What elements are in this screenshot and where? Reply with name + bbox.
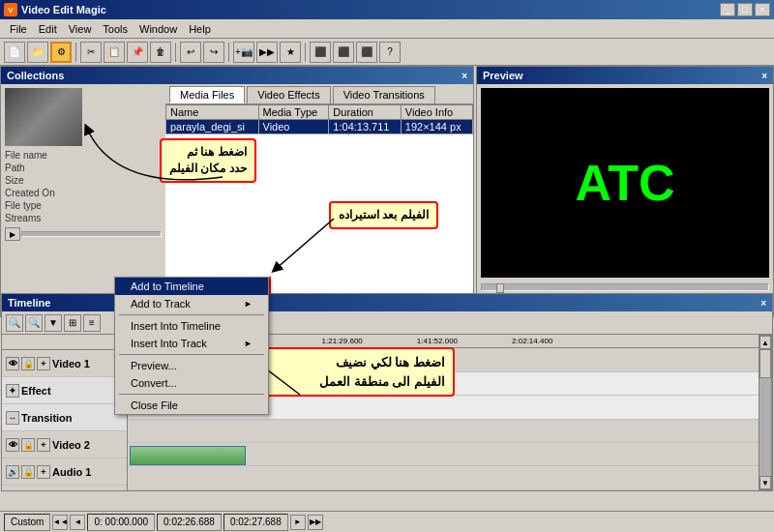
col-name: Name <box>166 105 259 120</box>
track-audio2-label: 🔊 Audio 2 <box>2 486 127 490</box>
menu-tools[interactable]: Tools <box>97 21 134 37</box>
preview-title: Preview <box>483 70 523 81</box>
status-fwd-btn[interactable]: ► <box>290 515 306 530</box>
track-audio1-area[interactable] <box>128 443 759 466</box>
status-back-btn[interactable]: ◄ <box>70 515 85 530</box>
active-tool-btn[interactable]: ⚙ <box>50 42 72 63</box>
title-bar: V Video Edit Magic _ □ × <box>0 0 774 19</box>
ctx-add-to-track[interactable]: Add to Track ► <box>115 295 268 312</box>
paste-btn[interactable]: 📌 <box>127 42 148 63</box>
ctx-close-file[interactable]: Close File <box>115 397 268 414</box>
size-label: Size <box>5 175 162 186</box>
ctx-sep3 <box>119 394 264 395</box>
ctx-insert-into-track[interactable]: Insert Into Track ► <box>115 335 268 352</box>
timeline-vscroll[interactable]: ▲ ▼ <box>759 335 772 490</box>
add-media-btn[interactable]: +📷 <box>233 42 254 63</box>
maximize-btn[interactable]: □ <box>737 3 753 16</box>
menu-window[interactable]: Window <box>134 21 183 37</box>
minimize-btn[interactable]: _ <box>720 3 735 16</box>
timeline-btn3[interactable]: ⬛ <box>356 42 377 63</box>
copy-btn[interactable]: 📋 <box>104 42 125 63</box>
track-eye-icon[interactable]: 👁 <box>6 357 19 370</box>
submenu-arrow-icon: ► <box>244 299 253 309</box>
scroll-thumb[interactable] <box>759 349 771 378</box>
ctx-convert[interactable]: Convert... <box>115 374 268 392</box>
track-effect-name: Effect <box>21 385 51 397</box>
cut-btn[interactable]: ✂ <box>80 42 102 63</box>
files-table: Name Media Type Duration Video Info para… <box>165 104 473 134</box>
tab-video-effects[interactable]: Video Effects <box>247 86 330 103</box>
track-video2-area[interactable] <box>128 420 759 443</box>
preview-seek-slider[interactable] <box>481 283 769 291</box>
track-a1-expand-icon[interactable]: + <box>37 465 50 479</box>
ctx-add-to-timeline[interactable]: Add to Timeline <box>115 278 268 295</box>
menu-bar: File Edit View Tools Window Help <box>0 19 774 39</box>
scroll-up-btn[interactable]: ▲ <box>759 336 771 349</box>
tl-zoom-out[interactable]: 🔍 <box>25 314 43 332</box>
annotation-text-1b: حدد مكان الفيلم <box>169 161 247 177</box>
open-btn[interactable]: 📁 <box>27 42 48 63</box>
track-audio1-label: 🔊 🔒 + Audio 1 <box>2 458 127 486</box>
annotation-text-3b: الفيلم الى منطقة العمل <box>271 372 445 392</box>
track-v2-lock-icon[interactable]: 🔒 <box>21 438 35 452</box>
collections-close[interactable]: × <box>461 71 467 81</box>
sep1 <box>75 43 76 62</box>
menu-view[interactable]: View <box>63 21 98 37</box>
timeline-close[interactable]: × <box>760 298 766 309</box>
timeline-btn2[interactable]: ⬛ <box>333 42 354 63</box>
created-label: Created On <box>5 188 162 198</box>
track-v2-expand-icon[interactable]: + <box>37 438 50 452</box>
status-time3: 0:02:27.688 <box>223 514 288 531</box>
redo-btn[interactable]: ↪ <box>203 42 224 63</box>
track-audio2-area[interactable] <box>128 466 759 489</box>
timeline-btn1[interactable]: ⬛ <box>310 42 331 63</box>
tl-ripple[interactable]: ≡ <box>83 314 101 332</box>
ctx-insert-into-timeline[interactable]: Insert Into Timeline <box>115 317 268 335</box>
help-btn[interactable]: ? <box>379 42 401 63</box>
thumb-play-btn[interactable]: ▶ <box>5 227 20 241</box>
scroll-track[interactable] <box>759 349 771 476</box>
thumb-seek-bar[interactable] <box>21 231 162 237</box>
status-time2: 0:02:26.688 <box>157 514 222 531</box>
delete-btn[interactable]: 🗑 <box>150 42 171 63</box>
ctx-preview[interactable]: Preview... <box>115 357 268 374</box>
preview-close[interactable]: × <box>761 71 767 81</box>
track-a1-icon[interactable]: 🔊 <box>6 465 19 479</box>
track-labels: 👁 🔒 + Video 1 ✦ Effect ↔ Transition � <box>2 335 128 490</box>
track-a1-lock-icon[interactable]: 🔒 <box>21 465 35 479</box>
close-btn[interactable]: × <box>755 3 770 16</box>
menu-help[interactable]: Help <box>183 21 217 37</box>
annotation-bubble-2: الفيلم بعد استيراده <box>329 201 438 229</box>
undo-btn[interactable]: ↩ <box>180 42 201 63</box>
streams-label: Streams <box>5 213 162 223</box>
track-effect-icon[interactable]: ✦ <box>6 384 19 398</box>
track-video1-name: Video 1 <box>52 358 90 369</box>
menu-file[interactable]: File <box>4 21 33 37</box>
status-ff-btn[interactable]: ▶▶ <box>308 515 323 530</box>
effects-btn[interactable]: ★ <box>280 42 301 63</box>
tl-snap[interactable]: ⊞ <box>64 314 81 332</box>
seek-handle[interactable] <box>496 283 504 293</box>
new-btn[interactable]: 📄 <box>4 42 25 63</box>
preview-screen: ATC <box>481 88 769 278</box>
track-lock-icon[interactable]: 🔒 <box>21 357 35 370</box>
context-menu: Add to Timeline Add to Track ► Insert In… <box>114 277 269 415</box>
media-tabs: Media Files Video Effects Video Transiti… <box>165 84 473 104</box>
table-row[interactable]: parayla_degi_si Video 1:04:13.711 192×14… <box>166 120 473 134</box>
tab-media-files[interactable]: Media Files <box>169 86 245 103</box>
tl-zoom-in[interactable]: 🔍 <box>6 314 23 332</box>
scroll-down-btn[interactable]: ▼ <box>759 476 771 489</box>
tab-video-transitions[interactable]: Video Transitions <box>333 86 435 103</box>
menu-edit[interactable]: Edit <box>33 21 63 37</box>
audio-clip-1[interactable] <box>130 446 246 465</box>
tl-filter[interactable]: ▼ <box>45 314 62 332</box>
cell-info: 192×144 px <box>401 120 472 134</box>
status-prev-btn[interactable]: ◄◄ <box>52 515 68 530</box>
annotation-bubble-3: اضغط هنا لكي نضيف الفيلم الى منطقة العمل <box>261 347 455 397</box>
track-v2-eye-icon[interactable]: 👁 <box>6 438 19 452</box>
status-label: Custom <box>4 514 50 531</box>
track-expand-icon[interactable]: + <box>37 357 50 370</box>
transitions-btn[interactable]: ▶▶ <box>256 42 278 63</box>
track-trans-icon[interactable]: ↔ <box>6 411 19 425</box>
track-transition-label: ↔ Transition <box>2 404 127 431</box>
